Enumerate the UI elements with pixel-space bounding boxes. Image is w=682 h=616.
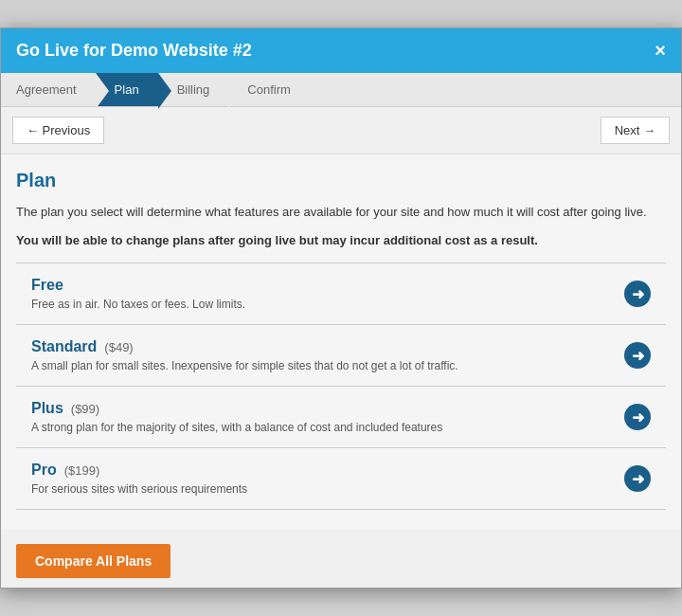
plan-name-standard: Standard ($49): [31, 338, 624, 355]
content-area: Plan The plan you select will determine …: [1, 154, 681, 529]
step-confirm-label: Confirm: [247, 82, 291, 97]
modal-header: Go Live for Demo Website #2 ×: [1, 28, 681, 73]
plan-card-standard[interactable]: Standard ($49) A small plan for small si…: [16, 325, 666, 387]
modal-container: Go Live for Demo Website #2 × Agreement …: [0, 27, 682, 589]
plan-card-plus[interactable]: Plus ($99) A strong plan for the majorit…: [16, 387, 666, 448]
close-button[interactable]: ×: [655, 40, 666, 62]
progress-steps: Agreement Plan Billing Confirm: [1, 73, 681, 107]
plan-name-pro: Pro ($199): [31, 462, 624, 479]
step-agreement-label: Agreement: [16, 82, 77, 97]
plan-arrow-plus: ➜: [624, 404, 651, 430]
plans-list: Free Free as in air. No taxes or fees. L…: [16, 263, 666, 510]
plan-price-plus: ($99): [71, 402, 99, 416]
step-agreement[interactable]: Agreement: [1, 73, 96, 106]
plan-arrow-standard: ➜: [624, 342, 651, 369]
plan-price-standard: ($49): [104, 340, 133, 354]
plan-info-free: Free Free as in air. No taxes or fees. L…: [31, 277, 624, 311]
plan-name-free: Free: [31, 277, 624, 294]
plan-card-pro[interactable]: Pro ($199) For serious sites with seriou…: [16, 448, 666, 510]
plan-info-pro: Pro ($199) For serious sites with seriou…: [31, 462, 624, 496]
plan-desc-standard: A small plan for small sites. Inexpensiv…: [31, 359, 624, 372]
plan-card-free[interactable]: Free Free as in air. No taxes or fees. L…: [16, 263, 666, 325]
compare-plans-button[interactable]: Compare All Plans: [16, 544, 170, 578]
plan-arrow-pro: ➜: [624, 465, 651, 492]
page-title: Plan: [16, 170, 666, 191]
description-1: The plan you select will determine what …: [16, 203, 666, 222]
plan-arrow-free: ➜: [624, 281, 651, 307]
plan-name-plus: Plus ($99): [31, 400, 624, 417]
next-button[interactable]: Next →: [601, 117, 670, 144]
description-2: You will be able to change plans after g…: [16, 231, 666, 250]
previous-button[interactable]: ← Previous: [12, 117, 104, 144]
plan-info-standard: Standard ($49) A small plan for small si…: [31, 338, 624, 372]
modal-title: Go Live for Demo Website #2: [16, 41, 252, 61]
navigation-bar: ← Previous Next →: [1, 107, 681, 154]
plan-price-pro: ($199): [64, 463, 100, 478]
plan-desc-free: Free as in air. No taxes or fees. Low li…: [31, 298, 624, 311]
step-billing-label: Billing: [177, 82, 210, 97]
plan-info-plus: Plus ($99) A strong plan for the majorit…: [31, 400, 624, 434]
plan-desc-pro: For serious sites with serious requireme…: [31, 482, 624, 496]
plan-desc-plus: A strong plan for the majority of sites,…: [31, 421, 624, 434]
step-plan-label: Plan: [115, 82, 139, 97]
